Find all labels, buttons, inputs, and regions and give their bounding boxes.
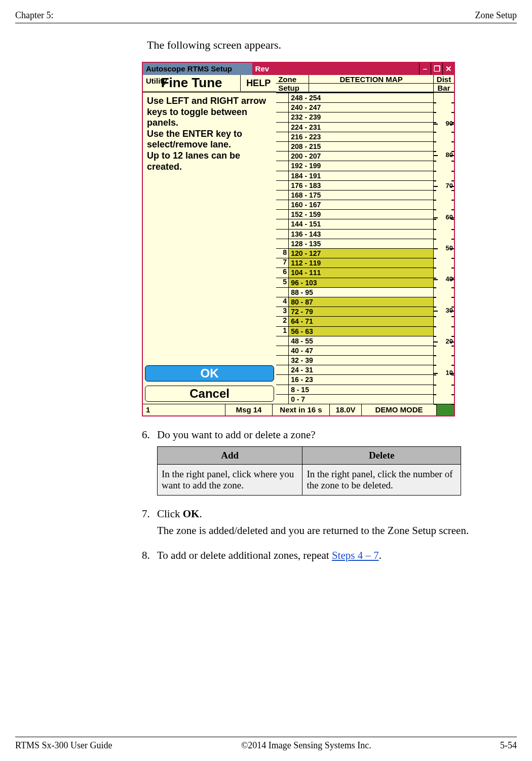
range-row[interactable]: 224 - 231 (289, 122, 433, 132)
range-row[interactable]: 80 - 87 (289, 297, 433, 307)
range-row[interactable]: 168 - 175 (289, 190, 433, 200)
range-row[interactable]: 184 - 191 (289, 171, 433, 180)
zone-cell[interactable]: 5 (276, 278, 288, 287)
zone-cell[interactable]: 3 (276, 307, 288, 316)
zone-cell[interactable] (276, 122, 288, 132)
range-row[interactable]: 64 - 71 (289, 316, 433, 326)
zone-number-column[interactable]: 12345678 (276, 93, 289, 404)
zone-cell[interactable]: 1 (276, 326, 288, 336)
step-7-sub: The zone is added/deleted and you are re… (157, 524, 517, 537)
app-window: Autoscope RTMS Setup Utility Rev – ❐ ✕ F… (142, 62, 455, 416)
range-row[interactable]: 128 - 135 (289, 239, 433, 248)
status-next: Next in 16 s (273, 404, 330, 415)
range-row[interactable]: 120 - 127 (289, 248, 433, 258)
zone-cell[interactable] (276, 239, 288, 248)
range-row[interactable]: 32 - 39 (289, 355, 433, 365)
zone-cell[interactable] (276, 190, 288, 200)
zone-cell[interactable] (276, 287, 288, 297)
rev-label: Rev (252, 63, 278, 75)
range-row[interactable]: 96 - 103 (289, 278, 433, 287)
help-button[interactable]: HELP (240, 75, 276, 91)
range-row[interactable]: 88 - 95 (289, 287, 433, 297)
footer-right: 5-54 (500, 740, 517, 751)
zone-cell[interactable]: 4 (276, 297, 288, 307)
range-row[interactable]: 16 - 23 (289, 374, 433, 384)
range-row[interactable]: 216 - 223 (289, 132, 433, 141)
range-row[interactable]: 8 - 15 (289, 385, 433, 394)
cancel-button[interactable]: Cancel (145, 386, 274, 402)
footer-left: RTMS Sx-300 User Guide (15, 740, 112, 751)
zone-cell[interactable] (276, 209, 288, 219)
range-row[interactable]: 240 - 247 (289, 102, 433, 112)
delete-cell: In the right panel, click the number of … (302, 465, 461, 496)
detection-map-header: DETECTION MAP (309, 75, 433, 83)
chapter-label: Chapter 5: (15, 10, 53, 21)
zone-cell[interactable] (276, 355, 288, 365)
close-icon[interactable]: ✕ (442, 63, 454, 75)
titlebar: Autoscope RTMS Setup Utility Rev – ❐ ✕ (143, 63, 454, 75)
minimize-icon[interactable]: – (419, 63, 431, 75)
zone-header: Zone (276, 75, 309, 83)
range-row[interactable]: 112 - 119 (289, 258, 433, 268)
detection-map-list[interactable]: 0 - 78 - 1516 - 2324 - 3132 - 3940 - 474… (289, 93, 434, 404)
range-row[interactable]: 176 - 183 (289, 180, 433, 190)
steps-link[interactable]: Steps 4 – 7 (332, 549, 379, 561)
step-text: Do you want to add or delete a zone? (157, 429, 316, 441)
zone-cell[interactable] (276, 229, 288, 239)
zone-cell[interactable] (276, 151, 288, 161)
zone-cell[interactable] (276, 365, 288, 374)
maximize-icon[interactable]: ❐ (431, 63, 442, 75)
range-row[interactable]: 208 - 215 (289, 141, 433, 151)
range-row[interactable]: 192 - 199 (289, 161, 433, 170)
bar-header: Bar (433, 84, 454, 92)
range-row[interactable]: 144 - 151 (289, 219, 433, 229)
range-row[interactable]: 24 - 31 (289, 365, 433, 374)
zone-cell[interactable] (276, 132, 288, 141)
zone-cell[interactable] (276, 93, 288, 102)
range-row[interactable]: 136 - 143 (289, 229, 433, 239)
zone-cell[interactable]: 8 (276, 248, 288, 258)
range-row[interactable]: 152 - 159 (289, 209, 433, 219)
range-row[interactable]: 56 - 63 (289, 326, 433, 336)
status-led-icon (437, 404, 454, 415)
add-header: Add (158, 447, 302, 465)
intro-text: The following screen appears. (147, 39, 517, 52)
page-header: Chapter 5: Zone Setup (15, 10, 517, 23)
zone-cell[interactable] (276, 200, 288, 209)
zone-cell[interactable]: 6 (276, 268, 288, 277)
status-msg: Msg 14 (225, 404, 273, 415)
range-row[interactable]: 160 - 167 (289, 200, 433, 209)
zone-cell[interactable] (276, 180, 288, 190)
zone-cell[interactable] (276, 112, 288, 122)
step-number: 6. (142, 429, 157, 441)
ok-button[interactable]: OK (145, 365, 274, 382)
zone-cell[interactable] (276, 219, 288, 229)
zone-cell[interactable]: 7 (276, 258, 288, 268)
status-index: 1 (143, 404, 225, 415)
range-row[interactable]: 248 - 254 (289, 93, 433, 102)
range-row[interactable]: 0 - 7 (289, 394, 433, 404)
range-row[interactable]: 72 - 79 (289, 307, 433, 316)
range-row[interactable]: 200 - 207 (289, 151, 433, 161)
range-row[interactable]: 232 - 239 (289, 112, 433, 122)
zone-cell[interactable] (276, 102, 288, 112)
zone-cell[interactable] (276, 394, 288, 404)
zone-cell[interactable] (276, 171, 288, 180)
step-number: 8. (142, 549, 157, 562)
zone-cell[interactable]: 2 (276, 316, 288, 326)
zone-cell[interactable] (276, 385, 288, 394)
zone-cell[interactable] (276, 161, 288, 170)
zone-cell[interactable] (276, 141, 288, 151)
add-delete-table: Add Delete In the right panel, click whe… (157, 446, 461, 496)
range-row[interactable]: 48 - 55 (289, 336, 433, 346)
page-footer: RTMS Sx-300 User Guide ©2014 Image Sensi… (15, 737, 517, 751)
range-row[interactable]: 40 - 47 (289, 346, 433, 355)
zone-cell[interactable] (276, 374, 288, 384)
zone-cell[interactable] (276, 346, 288, 355)
distance-scale: 102030405060708090 (434, 93, 454, 404)
step-8: 8. To add or delete additional zones, re… (142, 549, 517, 562)
range-row[interactable]: 104 - 111 (289, 268, 433, 277)
zone-cell[interactable] (276, 336, 288, 346)
setup-header: Setup (276, 84, 309, 92)
dist-header: Dist (433, 75, 454, 83)
